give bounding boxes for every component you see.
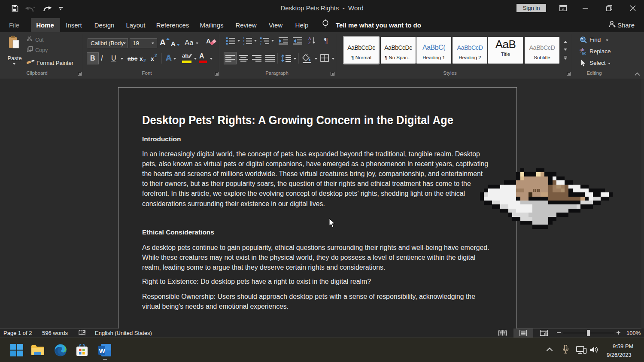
svg-text:¶: ¶: [324, 37, 328, 45]
svg-text:i: i: [260, 43, 261, 45]
svg-text:ac: ac: [582, 51, 586, 55]
svg-text:1: 1: [243, 37, 245, 40]
svg-text:A: A: [308, 37, 311, 41]
svg-text:3: 3: [243, 43, 245, 45]
svg-text:2: 2: [243, 40, 245, 43]
svg-text:W: W: [99, 347, 105, 354]
svg-text:Z: Z: [308, 41, 311, 45]
svg-text:A: A: [206, 37, 211, 45]
svg-text:a: a: [260, 40, 262, 43]
